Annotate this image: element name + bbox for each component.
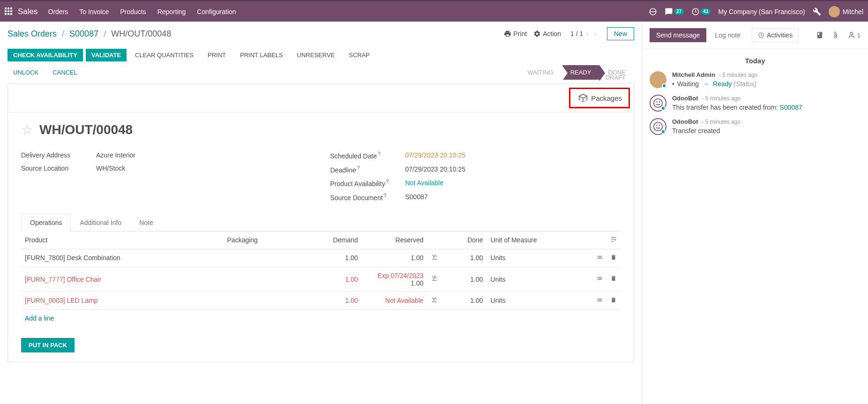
cell-uom[interactable]: Units — [487, 249, 592, 267]
cell-product[interactable]: [FURN_0003] LED Lamp — [21, 292, 224, 309]
activities-button[interactable]: Activities — [752, 28, 799, 42]
cell-done[interactable]: 1.00 — [441, 249, 487, 267]
add-line-button[interactable]: Add a line — [21, 310, 621, 327]
status-done[interactable]: DONE — [599, 65, 634, 80]
th-demand[interactable]: Demand — [298, 232, 361, 249]
message-author[interactable]: OdooBot — [672, 95, 698, 102]
status-steps: WAITING READY DONE — [519, 65, 634, 80]
activities-icon[interactable]: 41 — [691, 7, 711, 16]
delivery-address-value[interactable]: Azure Interior — [96, 151, 135, 159]
unlock-button[interactable]: UNLOCK — [7, 66, 44, 79]
company-switcher[interactable]: My Company (San Francisco) — [718, 8, 805, 15]
print-button[interactable]: Print — [504, 30, 527, 37]
delete-icon[interactable] — [606, 267, 621, 292]
source-document-label: Source Document? — [330, 193, 405, 202]
forecast-icon[interactable] — [427, 292, 441, 309]
delete-icon[interactable] — [606, 292, 621, 309]
cell-packaging[interactable] — [224, 267, 299, 292]
cell-uom[interactable]: Units — [487, 292, 592, 309]
tab-note[interactable]: Note — [130, 214, 162, 231]
pager-prev[interactable]: ‹ — [586, 30, 588, 38]
breadcrumb: Sales Orders / S00087 / WH/OUT/00048 — [7, 29, 171, 39]
user-menu[interactable]: Mitchel — [829, 6, 863, 17]
tray-icon[interactable] — [649, 7, 657, 16]
message-author[interactable]: OdooBot — [672, 118, 698, 125]
cell-product[interactable]: [FURN_7777] Office Chair — [21, 267, 224, 292]
user-name: Mitchel — [843, 8, 863, 15]
cancel-button[interactable]: CANCEL — [47, 66, 83, 79]
cell-product[interactable]: [FURN_7800] Desk Combination — [21, 249, 224, 267]
nav-orders[interactable]: Orders — [48, 8, 68, 15]
source-location-value[interactable]: WH/Stock — [96, 165, 125, 172]
cell-reserved[interactable]: Not Available — [362, 292, 427, 309]
column-options-icon[interactable] — [606, 232, 621, 249]
nav-to-invoice[interactable]: To Invoice — [79, 8, 109, 15]
cell-demand[interactable]: 1.00 — [298, 292, 361, 309]
cell-demand[interactable]: 1.00 — [298, 267, 361, 292]
print-labels-print-button[interactable]: PRINT — [202, 49, 232, 61]
details-icon[interactable] — [592, 267, 606, 292]
cell-reserved[interactable]: 1.00 — [362, 249, 427, 267]
new-button[interactable]: New — [607, 27, 634, 40]
nav-products[interactable]: Products — [120, 8, 146, 15]
message-time: - 5 minutes ago — [702, 95, 741, 102]
details-icon[interactable] — [592, 249, 606, 267]
breadcrumb-order[interactable]: S00087 — [69, 29, 98, 38]
forecast-icon[interactable] — [427, 249, 441, 267]
tab-additional-info[interactable]: Additional Info — [71, 214, 130, 231]
book-icon[interactable] — [816, 31, 823, 39]
table-row[interactable]: [FURN_0003] LED Lamp 1.00 Not Available … — [21, 292, 621, 309]
message-avatar — [650, 118, 666, 135]
apps-icon[interactable] — [5, 7, 13, 16]
nav-reporting[interactable]: Reporting — [157, 8, 186, 15]
cell-done[interactable]: 1.00 — [441, 292, 487, 309]
scrap-button[interactable]: SCRAP — [343, 49, 375, 61]
delivery-address-label: Delivery Address — [21, 151, 96, 159]
th-packaging[interactable]: Packaging — [224, 232, 299, 249]
clear-quantities-button[interactable]: CLEAR QUANTITIES — [129, 49, 199, 61]
print-labels-button[interactable]: PRINT LABELS — [234, 49, 289, 61]
doc-title: WH/OUT/00048 — [39, 122, 133, 137]
messages-icon[interactable]: 27 — [665, 7, 684, 16]
status-waiting[interactable]: WAITING — [519, 65, 562, 80]
cell-demand[interactable]: 1.00 — [298, 249, 361, 267]
source-document-value[interactable]: S00087 — [405, 193, 428, 202]
tab-operations[interactable]: Operations — [21, 214, 71, 232]
packages-button[interactable]: Packages — [569, 88, 630, 108]
cell-packaging[interactable] — [224, 249, 299, 267]
th-uom[interactable]: Unit of Measure — [487, 232, 592, 249]
debug-icon[interactable] — [813, 7, 821, 16]
message-avatar — [650, 71, 666, 88]
breadcrumb-root[interactable]: Sales Orders — [7, 29, 57, 38]
pager-next[interactable]: › — [594, 30, 597, 38]
cell-done[interactable]: 1.00 — [441, 267, 487, 292]
unreserve-button[interactable]: UNRESERVE — [292, 49, 341, 61]
delete-icon[interactable] — [606, 249, 621, 267]
send-message-button[interactable]: Send message — [650, 28, 706, 42]
nav-configuration[interactable]: Configuration — [197, 8, 236, 15]
table-row[interactable]: [FURN_7800] Desk Combination 1.00 1.00 1… — [21, 249, 621, 267]
th-reserved[interactable]: Reserved — [362, 232, 427, 249]
app-brand[interactable]: Sales — [18, 7, 38, 16]
check-availability-button[interactable]: CHECK AVAILABILITY — [7, 49, 83, 61]
cell-uom[interactable]: Units — [487, 267, 592, 292]
cell-packaging[interactable] — [224, 292, 299, 309]
message-author[interactable]: Mitchell Admin — [672, 71, 715, 78]
th-product[interactable]: Product — [21, 232, 224, 249]
validate-button[interactable]: VALIDATE — [86, 49, 127, 61]
details-icon[interactable] — [592, 292, 606, 309]
scheduled-date-value[interactable]: 07/29/2023 20:10:25 — [405, 151, 465, 160]
put-in-pack-button[interactable]: PUT IN PACK — [21, 338, 75, 352]
favorite-star-icon[interactable]: ☆ — [21, 122, 33, 137]
packages-icon — [577, 93, 589, 103]
status-ready[interactable]: READY — [562, 65, 600, 80]
svg-point-4 — [850, 32, 853, 35]
cell-reserved[interactable]: Exp 07/24/2023 1.00 — [362, 267, 427, 292]
table-row[interactable]: [FURN_7777] Office Chair 1.00 Exp 07/24/… — [21, 267, 621, 292]
action-button[interactable]: Action — [533, 30, 561, 37]
th-done[interactable]: Done — [441, 232, 487, 249]
log-note-button[interactable]: Log note — [708, 28, 747, 42]
attachment-icon[interactable] — [832, 31, 839, 39]
follower-button[interactable]: 1 — [848, 31, 861, 39]
forecast-icon[interactable] — [427, 267, 441, 292]
